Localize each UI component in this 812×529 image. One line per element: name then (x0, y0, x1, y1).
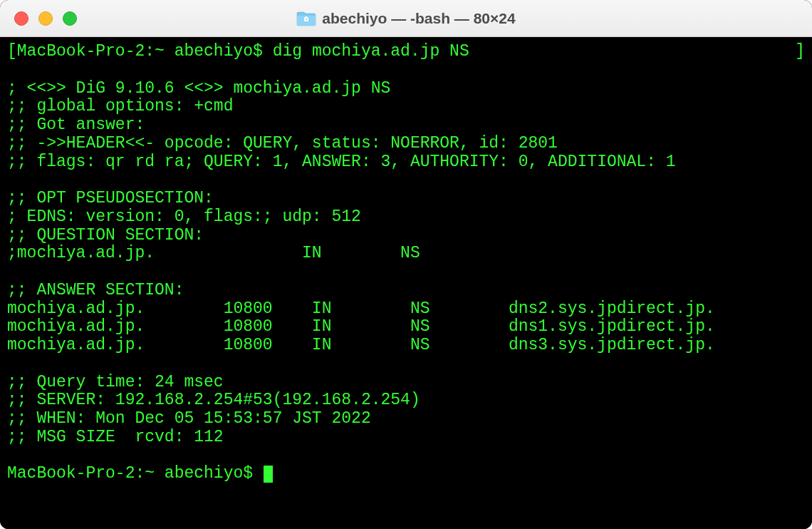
dig-opt-header: ;; OPT PSEUDOSECTION: (7, 190, 805, 208)
close-button[interactable] (14, 11, 28, 26)
dig-query-time: ;; Query time: 24 msec (7, 374, 805, 392)
window-title-wrap: abechiyo — -bash — 80×24 (296, 10, 515, 27)
dig-banner: ; <<>> DiG 9.10.6 <<>> mochiya.ad.jp NS (7, 80, 805, 98)
prompt-line-1: [MacBook-Pro-2:~ abechiyo$ dig mochiya.a… (7, 43, 805, 61)
a-type: NS (410, 318, 509, 337)
dig-server: ;; SERVER: 192.168.2.254#53(192.168.2.25… (7, 391, 805, 410)
dig-global-options: ;; global options: +cmd (7, 98, 805, 116)
a-type: NS (410, 337, 509, 355)
a-name: mochiya.ad.jp. (7, 337, 224, 355)
window-title: abechiyo — -bash — 80×24 (322, 10, 515, 27)
shell-prompt: MacBook-Pro-2:~ abechiyo$ (17, 42, 273, 61)
a-name: mochiya.ad.jp. (7, 318, 224, 337)
prompt-bracket-left: [ (7, 42, 17, 61)
a-class: IN (312, 337, 410, 355)
a-type: NS (410, 300, 509, 319)
dig-flags: ;; flags: qr rd ra; QUERY: 1, ANSWER: 3,… (7, 153, 805, 172)
blank-line (7, 263, 805, 282)
blank-line (7, 171, 805, 190)
dig-answer-header: ;; ANSWER SECTION: (7, 282, 805, 300)
q-class: IN (302, 245, 400, 263)
blank-line (7, 355, 805, 374)
home-folder-icon (296, 11, 316, 26)
blank-line (7, 61, 805, 80)
dig-when: ;; WHEN: Mon Dec 05 15:53:57 JST 2022 (7, 410, 805, 428)
answer-row: mochiya.ad.jp.10800INNSdns1.sys.jpdirect… (7, 318, 805, 337)
titlebar: abechiyo — -bash — 80×24 (0, 0, 812, 37)
blank-line (7, 447, 805, 466)
dig-edns: ; EDNS: version: 0, flags:; udp: 512 (7, 208, 805, 227)
terminal-body[interactable]: [MacBook-Pro-2:~ abechiyo$ dig mochiya.a… (0, 37, 812, 529)
maximize-button[interactable] (63, 11, 77, 26)
dig-header: ;; ->>HEADER<<- opcode: QUERY, status: N… (7, 135, 805, 153)
dig-question-header: ;; QUESTION SECTION: (7, 227, 805, 245)
a-class: IN (312, 300, 410, 319)
dig-msg-size: ;; MSG SIZE rcvd: 112 (7, 428, 805, 447)
a-class: IN (312, 318, 410, 337)
a-data: dns3.sys.jpdirect.jp. (509, 337, 805, 355)
a-data: dns1.sys.jpdirect.jp. (509, 318, 805, 337)
a-ttl: 10800 (224, 337, 312, 355)
terminal-window: abechiyo — -bash — 80×24 [MacBook-Pro-2:… (0, 0, 812, 529)
dig-got-answer: ;; Got answer: (7, 116, 805, 135)
answer-row: mochiya.ad.jp.10800INNSdns2.sys.jpdirect… (7, 300, 805, 319)
a-ttl: 10800 (224, 318, 312, 337)
command-text: dig mochiya.ad.jp NS (273, 42, 469, 61)
answer-row: mochiya.ad.jp.10800INNSdns3.sys.jpdirect… (7, 337, 805, 355)
a-data: dns2.sys.jpdirect.jp. (509, 300, 805, 319)
shell-prompt: MacBook-Pro-2:~ abechiyo$ (7, 464, 263, 483)
prompt-bracket-right: ] (795, 43, 805, 61)
prompt-line-2: MacBook-Pro-2:~ abechiyo$ (7, 465, 805, 483)
dig-question: ;mochiya.ad.jp.INNS (7, 245, 805, 263)
traffic-lights (14, 11, 77, 26)
q-type: NS (400, 245, 805, 263)
a-ttl: 10800 (224, 300, 312, 319)
cursor[interactable] (264, 466, 273, 483)
a-name: mochiya.ad.jp. (7, 300, 224, 319)
q-name: ;mochiya.ad.jp. (7, 245, 302, 263)
minimize-button[interactable] (38, 11, 53, 26)
